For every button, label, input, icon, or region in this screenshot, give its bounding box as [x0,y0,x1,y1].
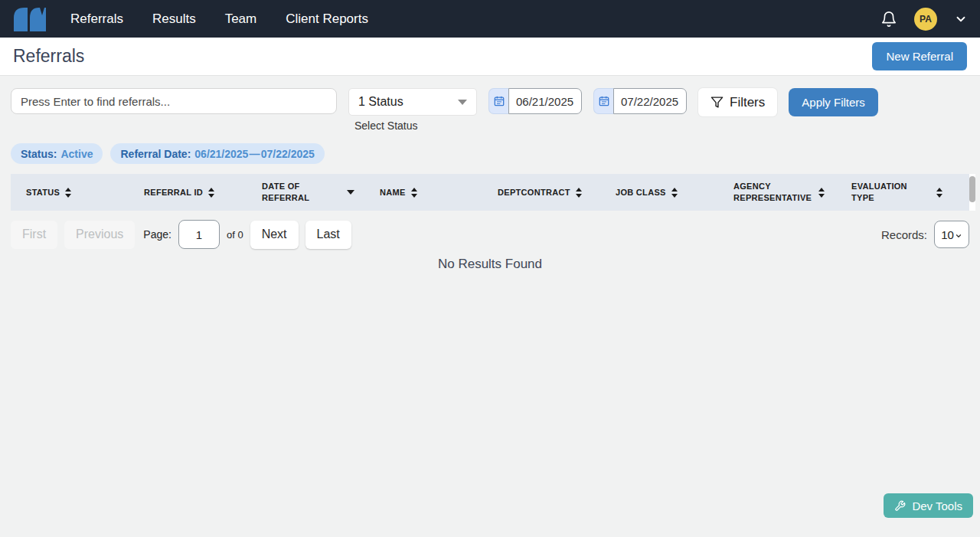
date-to-group [593,88,687,114]
page-count-label: of 0 [227,229,243,241]
select-chevron-icon [955,232,962,240]
column-label: DEPTCONTRACT [498,187,570,198]
page-label: Page: [143,228,172,241]
chip-status-value: Active [60,148,93,160]
status-select-caption: Select Status [348,120,477,132]
records-per-page-select[interactable]: 10 [934,221,969,248]
sort-both-icon [936,188,942,198]
chip-status[interactable]: Status: Active [11,143,103,164]
search-input[interactable] [11,88,337,114]
calendar-icon[interactable] [593,88,613,114]
column-label: STATUS [26,187,60,198]
table-header-cells: STATUS REFERRAL ID DATE OF REFERRAL NAME [11,174,969,211]
column-label: EVALUATION TYPE [851,181,931,204]
top-navbar: Referrals Results Team Client Reports PA [0,0,980,38]
column-header-status[interactable]: STATUS [26,187,144,198]
nav-item-results[interactable]: Results [152,11,196,27]
sort-both-icon [65,188,71,198]
sort-both-icon [576,188,582,198]
chevron-down-icon[interactable] [954,12,968,26]
date-from-group [488,88,582,114]
filter-row: 1 Status Select Status [11,76,969,132]
user-avatar[interactable]: PA [914,8,937,31]
new-referral-button[interactable]: New Referral [872,42,967,70]
navbar-right: PA [880,8,968,31]
column-label: NAME [380,187,406,198]
nav-item-client-reports[interactable]: Client Reports [286,11,368,27]
apply-filters-button[interactable]: Apply Filters [789,88,878,116]
filter-funnel-icon [710,96,724,109]
nav-item-team[interactable]: Team [225,11,257,27]
page-number-input[interactable] [178,220,220,249]
nav-item-referrals[interactable]: Referrals [70,11,123,27]
column-header-agency-representative[interactable]: AGENCY REPRESENTATIVE [733,181,851,204]
sort-desc-icon [347,190,354,195]
chip-referral-date[interactable]: Referral Date: 06/21/2025 — 07/22/2025 [110,143,324,164]
previous-page-button[interactable]: Previous [64,221,135,249]
column-header-referral-id[interactable]: REFERRAL ID [144,187,262,198]
referrals-table-header: STATUS REFERRAL ID DATE OF REFERRAL NAME [11,174,969,211]
app-logo-icon [12,5,47,33]
column-header-evaluation-type[interactable]: EVALUATION TYPE [851,181,969,204]
column-header-deptcontract[interactable]: DEPTCONTRACT [498,187,616,198]
first-page-button[interactable]: First [11,221,57,249]
status-filter: 1 Status Select Status [348,88,477,132]
status-select-value: 1 Status [358,95,403,109]
sort-both-icon [411,188,417,198]
calendar-icon[interactable] [488,88,508,114]
active-filter-chips: Status: Active Referral Date: 06/21/2025… [11,143,969,164]
column-label: REFERRAL ID [144,187,203,198]
notifications-bell-icon[interactable] [880,11,897,28]
date-from-input[interactable] [508,88,582,114]
scrollbar-thumb[interactable] [969,176,975,202]
sort-both-icon [208,188,214,198]
column-label: DATE OF REFERRAL [262,181,341,204]
filters-button[interactable]: Filters [698,88,777,116]
sort-both-icon [671,188,678,198]
records-label: Records: [881,228,927,241]
column-label: JOB CLASS [616,187,666,198]
title-bar: Referrals New Referral [0,38,980,76]
empty-state-message: No Results Found [11,257,969,272]
column-header-name[interactable]: NAME [380,187,498,198]
select-caret-icon [458,100,467,105]
filters-button-label: Filters [730,95,765,110]
dev-tools-label: Dev Tools [912,499,962,512]
column-header-job-class[interactable]: JOB CLASS [616,187,733,198]
status-select[interactable]: 1 Status [348,88,477,116]
pagination-bar: First Previous Page: of 0 Next Last Reco… [11,220,969,249]
chip-referral-date-label: Referral Date: [120,148,191,160]
table-scrollbar[interactable] [969,174,975,211]
wrench-icon [894,500,906,512]
page-title: Referrals [13,46,84,67]
main-content: 1 Status Select Status [0,76,980,536]
column-header-date-of-referral[interactable]: DATE OF REFERRAL [262,181,380,204]
date-to-input[interactable] [613,88,687,114]
next-page-button[interactable]: Next [250,221,299,249]
chip-status-label: Status: [21,148,57,160]
last-page-button[interactable]: Last [305,221,351,249]
records-select-value: 10 [941,228,954,241]
dev-tools-button[interactable]: Dev Tools [884,493,973,518]
column-label: AGENCY REPRESENTATIVE [733,181,813,204]
chip-referral-date-value: 06/21/2025 — 07/22/2025 [194,148,314,160]
nav-links: Referrals Results Team Client Reports [70,11,368,27]
sort-both-icon [818,188,825,198]
